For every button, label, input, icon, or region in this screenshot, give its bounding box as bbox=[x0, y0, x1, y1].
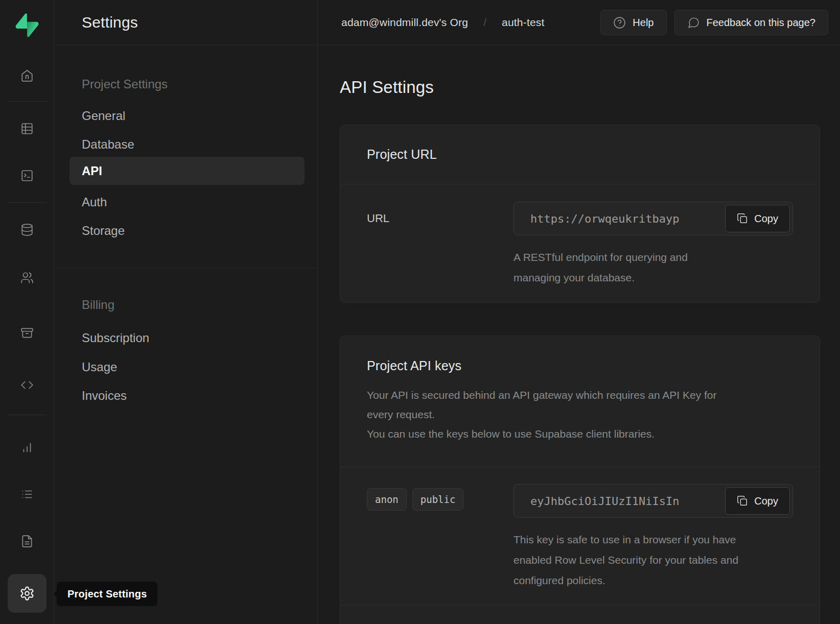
nav-section-billing: Billing bbox=[82, 298, 114, 312]
nav-section-project-settings: Project Settings bbox=[82, 77, 168, 91]
settings-nav-title: Settings bbox=[82, 14, 138, 31]
list-icon bbox=[20, 488, 34, 501]
next-key-row-cutoff bbox=[340, 606, 820, 624]
copy-icon bbox=[737, 213, 748, 224]
nav-item-api-label: API bbox=[82, 164, 102, 178]
sidebar-item-docs[interactable] bbox=[15, 529, 39, 554]
supabase-logo-icon bbox=[15, 13, 38, 37]
home-icon bbox=[20, 69, 34, 82]
nav-item-invoices[interactable]: Invoices bbox=[82, 389, 127, 403]
help-button[interactable]: Help bbox=[600, 10, 666, 35]
message-bubble-icon bbox=[687, 16, 700, 29]
badge-public: public bbox=[412, 488, 464, 511]
anon-key-value: eyJhbGciOiJIUzI1NiIsIn bbox=[530, 495, 679, 508]
nav-item-usage[interactable]: Usage bbox=[82, 360, 117, 374]
key-badges: anon public bbox=[367, 484, 514, 591]
nav-item-general[interactable]: General bbox=[82, 109, 125, 123]
feedback-button-label: Feedback on this page? bbox=[707, 17, 816, 29]
topbar: adam@windmill.dev's Org / auth-test Help… bbox=[318, 0, 840, 45]
sidebar-item-project-settings[interactable] bbox=[8, 574, 46, 613]
sidebar-item-table-editor[interactable] bbox=[15, 116, 39, 141]
table-icon bbox=[20, 122, 34, 135]
project-url-card-title: Project URL bbox=[367, 147, 437, 162]
page-title: API Settings bbox=[340, 78, 820, 97]
sidebar-item-sql-editor[interactable] bbox=[15, 163, 39, 188]
file-text-icon bbox=[20, 535, 34, 548]
database-icon bbox=[20, 223, 34, 236]
project-url-row: URL https://orwqeukritbayp Copy bbox=[340, 184, 820, 302]
copy-anon-key-button[interactable]: Copy bbox=[725, 487, 790, 515]
bar-chart-icon bbox=[20, 441, 34, 454]
topbar-actions: Help Feedback on this page? bbox=[600, 10, 828, 35]
nav-item-subscription[interactable]: Subscription bbox=[82, 331, 149, 345]
main-panel: adam@windmill.dev's Org / auth-test Help… bbox=[318, 0, 840, 624]
api-keys-description-2: You can use the keys below to use Supaba… bbox=[367, 424, 725, 444]
icon-sidebar bbox=[0, 0, 54, 624]
breadcrumb-org[interactable]: adam@windmill.dev's Org bbox=[341, 16, 468, 29]
supabase-logo[interactable] bbox=[15, 13, 38, 37]
sidebar-item-database[interactable] bbox=[15, 218, 39, 242]
api-keys-card-header: Project API keys Your API is secured beh… bbox=[340, 336, 820, 467]
users-icon bbox=[20, 271, 34, 284]
anon-key-row: anon public eyJhbGciOiJIUzI1NiIsIn C bbox=[340, 467, 820, 606]
sidebar-item-reports[interactable] bbox=[15, 435, 39, 460]
nav-item-storage[interactable]: Storage bbox=[82, 224, 125, 238]
breadcrumb-separator: / bbox=[483, 16, 486, 29]
help-circle-icon bbox=[613, 16, 626, 29]
project-url-value: https://orwqeukritbayp bbox=[530, 212, 679, 225]
nav-item-database[interactable]: Database bbox=[82, 137, 134, 152]
nav-item-auth[interactable]: Auth bbox=[82, 195, 107, 209]
sidebar-item-logs[interactable] bbox=[15, 482, 39, 507]
sidebar-item-auth[interactable] bbox=[15, 266, 39, 290]
project-settings-tooltip: Project Settings bbox=[57, 582, 157, 606]
api-keys-card: Project API keys Your API is secured beh… bbox=[340, 335, 820, 624]
nav-item-api-active[interactable]: API bbox=[69, 157, 305, 185]
project-url-input[interactable]: https://orwqeukritbayp Copy bbox=[514, 202, 793, 235]
sidebar-item-storage[interactable] bbox=[15, 321, 39, 345]
copy-url-button[interactable]: Copy bbox=[725, 205, 790, 232]
sidebar-item-home[interactable] bbox=[15, 63, 39, 88]
project-url-description: A RESTful endpoint for querying and mana… bbox=[514, 247, 718, 288]
settings-nav-body: Project Settings General Database API Au… bbox=[54, 45, 317, 624]
badge-anon: anon bbox=[367, 488, 407, 511]
rail-divider bbox=[7, 415, 47, 415]
anon-key-description: This key is safe to use in a browser if … bbox=[514, 530, 744, 591]
settings-nav-header: Settings bbox=[54, 0, 317, 45]
code-icon bbox=[20, 378, 34, 392]
anon-key-input[interactable]: eyJhbGciOiJIUzI1NiIsIn Copy bbox=[514, 484, 793, 518]
help-button-label: Help bbox=[633, 17, 654, 29]
app-root: Project Settings Settings Project Settin… bbox=[0, 0, 840, 624]
url-label: URL bbox=[367, 202, 514, 288]
breadcrumb-project[interactable]: auth-test bbox=[502, 16, 545, 29]
api-settings-content: API Settings Project URL URL https://orw… bbox=[318, 45, 840, 624]
settings-nav: Settings Project Settings General Databa… bbox=[54, 0, 318, 624]
project-url-card-header: Project URL bbox=[340, 125, 820, 184]
archive-icon bbox=[20, 326, 34, 340]
api-keys-description-1: Your API is secured behind an API gatewa… bbox=[367, 386, 725, 424]
project-url-card: Project URL URL https://orwqeukritbayp bbox=[340, 125, 820, 303]
feedback-button[interactable]: Feedback on this page? bbox=[674, 10, 829, 35]
gear-icon bbox=[19, 586, 35, 601]
rail-divider bbox=[7, 101, 47, 102]
api-keys-card-title: Project API keys bbox=[367, 358, 461, 373]
rail-divider bbox=[7, 202, 47, 203]
terminal-icon bbox=[20, 169, 34, 182]
anon-key-field-area: eyJhbGciOiJIUzI1NiIsIn Copy This key is … bbox=[514, 484, 793, 591]
url-field-area: https://orwqeukritbayp Copy A RESTful en… bbox=[514, 202, 793, 288]
copy-anon-key-label: Copy bbox=[754, 495, 778, 507]
copy-icon bbox=[737, 495, 748, 507]
nav-section-divider bbox=[54, 268, 317, 268]
copy-url-label: Copy bbox=[754, 213, 778, 225]
sidebar-item-edge-functions[interactable] bbox=[15, 373, 39, 397]
